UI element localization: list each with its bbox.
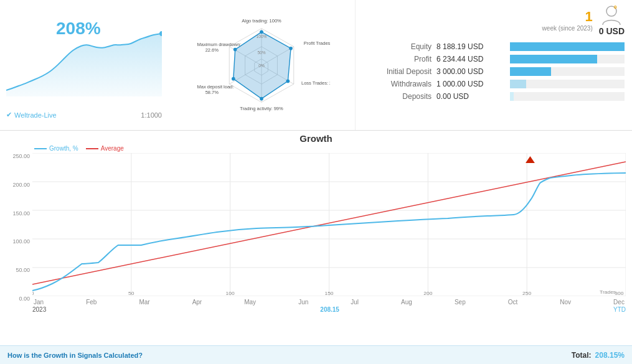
- year-ytd-row: 2023 208.15 YTD: [32, 306, 626, 313]
- growth-chart-section: Growth Growth, % Average 250.00 200.00 1…: [0, 131, 632, 345]
- bottom-question[interactable]: How is the Growth in Signals Calculated?: [7, 352, 143, 359]
- month-dec: Dec: [613, 299, 625, 306]
- trades-axis-label: Trades: [600, 289, 616, 295]
- stat-bar-deposits-container: [510, 92, 625, 101]
- week-number: 1: [585, 9, 593, 25]
- stat-bar-initial: [510, 67, 551, 76]
- spider-label-drawdown2: 22.6%: [205, 47, 219, 53]
- stat-label-profit: Profit: [363, 55, 432, 63]
- spider-dot-tl: [233, 47, 237, 51]
- mini-chart-svg: [6, 19, 162, 100]
- week-info: 1 week (since 2023): [542, 9, 593, 32]
- bottom-total-label: Total:: [572, 351, 592, 360]
- middle-value: 208.15: [320, 306, 339, 313]
- stat-bar-withdrawals-container: [510, 80, 625, 88]
- legend-blue: Growth, %: [34, 145, 78, 152]
- spider-axis-label-100: 100%: [257, 34, 267, 38]
- stat-row-equity: Equity 8 188.19 USD: [363, 42, 625, 51]
- week-label: week (since 2023): [542, 25, 593, 32]
- bottom-total: Total: 208.15%: [572, 351, 625, 360]
- growth-title: Growth: [6, 133, 626, 144]
- svg-text:0: 0: [614, 4, 617, 10]
- legend-red-label: Average: [101, 145, 124, 152]
- legend-red-line: [86, 148, 98, 149]
- stat-bar-profit-container: [510, 55, 625, 63]
- spider-dot-tr: [289, 46, 293, 50]
- month-nov: Nov: [560, 299, 571, 306]
- stat-label-equity: Equity: [363, 42, 432, 51]
- spider-label-loss-trades: Loss Trades: 21.1%: [301, 80, 330, 86]
- avatar-icon: 0: [600, 4, 623, 26]
- month-aug: Aug: [401, 299, 412, 306]
- stat-bar-profit: [510, 55, 597, 63]
- month-jul: Jul: [351, 299, 359, 306]
- spider-dot-br: [286, 79, 290, 83]
- usd-amount: 0 USD: [599, 26, 625, 36]
- spider-label-max-deposit1: Max deposit load:: [197, 83, 233, 89]
- ytd-label: YTD: [613, 306, 626, 313]
- mini-chart-panel: 208% ✔ Weltr: [0, 0, 168, 130]
- stats-rows: Equity 8 188.19 USD Profit 6 234.44 USD …: [363, 42, 625, 101]
- chart-legend: Growth, % Average: [34, 145, 626, 152]
- spider-dot-top: [260, 30, 263, 34]
- stat-value-equity: 8 188.19 USD: [436, 42, 505, 51]
- y-label-50: 50.00: [6, 267, 30, 273]
- month-labels: Jan Feb Mar Apr May Jun Jul Aug Sep Oct …: [32, 299, 626, 306]
- avatar-area: 0 0 USD: [599, 4, 625, 36]
- x-label-200: 200: [423, 291, 433, 296]
- month-jan: Jan: [34, 299, 44, 306]
- stat-bar-equity-container: [510, 42, 625, 51]
- stat-row-profit: Profit 6 234.44 USD: [363, 55, 625, 63]
- chart-container: 250.00 200.00 150.00 100.00 50.00 0.00: [6, 153, 626, 313]
- y-axis-labels: 250.00 200.00 150.00 100.00 50.00 0.00: [6, 153, 32, 313]
- stat-row-deposits: Deposits 0.00 USD: [363, 92, 625, 101]
- x-label-100: 100: [226, 291, 235, 296]
- bottom-total-value: 208.15%: [595, 351, 625, 360]
- month-oct: Oct: [508, 299, 518, 306]
- spider-label-algo: Algo trading: 100%: [242, 18, 281, 24]
- stat-row-initial: Initial Deposit 3 000.00 USD: [363, 67, 625, 76]
- y-label-0: 0.00: [6, 296, 30, 302]
- month-feb: Feb: [86, 299, 97, 306]
- spider-dot-bottom: [260, 96, 263, 100]
- x-label-50: 50: [128, 291, 134, 296]
- x-label-300: 300: [615, 291, 624, 296]
- x-label-150: 150: [324, 291, 334, 296]
- stat-value-withdrawals: 1 000.00 USD: [436, 80, 505, 88]
- stat-bar-equity: [510, 42, 625, 51]
- chart-main: Trades 0 50 100 150 200 250 300 Jan Feb …: [32, 153, 626, 313]
- stat-label-deposits: Deposits: [363, 92, 432, 101]
- stat-bar-deposits: [510, 92, 514, 101]
- spider-label-max-deposit2: 58.7%: [205, 90, 219, 95]
- month-may: May: [244, 299, 256, 306]
- y-label-200: 200.00: [6, 182, 30, 188]
- account-name: Weltrade-Live: [14, 111, 57, 119]
- legend-red: Average: [86, 145, 124, 152]
- x-label-0: 0: [32, 291, 34, 296]
- y-label-150: 150.00: [6, 210, 30, 217]
- legend-blue-label: Growth, %: [49, 145, 78, 152]
- leverage: 1:1000: [141, 111, 162, 119]
- stat-label-withdrawals: Withdrawals: [363, 80, 432, 88]
- month-jun: Jun: [298, 299, 308, 306]
- month-mar: Mar: [139, 299, 149, 306]
- spider-dot-bl: [232, 77, 235, 80]
- spider-label-profit-trades: Profit Trades: 78.9%: [304, 40, 330, 46]
- stat-bar-withdrawals: [510, 80, 526, 88]
- account-label: ✔ Weltrade-Live: [6, 111, 57, 119]
- y-label-100: 100.00: [6, 238, 30, 245]
- main-chart-svg: Trades 0 50 100 150 200 250 300: [32, 153, 626, 296]
- spider-label-trading-activity: Trading activity: 99%: [240, 106, 283, 111]
- stats-panel: 1 week (since 2023) 0 0 USD Equi: [355, 0, 632, 130]
- month-apr: Apr: [192, 299, 202, 306]
- spider-chart: 100% 50% 0% Algo trading: 100% Profit Tr…: [193, 16, 330, 115]
- mini-chart-fill: [6, 34, 162, 96]
- stat-bar-initial-container: [510, 67, 625, 76]
- stat-row-withdrawals: Withdrawals 1 000.00 USD: [363, 80, 625, 88]
- spider-axis-label-50: 50%: [257, 50, 265, 55]
- stat-value-profit: 6 234.44 USD: [436, 55, 505, 63]
- check-icon: ✔: [6, 111, 12, 119]
- mini-chart-area: [6, 19, 162, 106]
- month-sep: Sep: [455, 299, 466, 306]
- legend-blue-line: [34, 148, 47, 149]
